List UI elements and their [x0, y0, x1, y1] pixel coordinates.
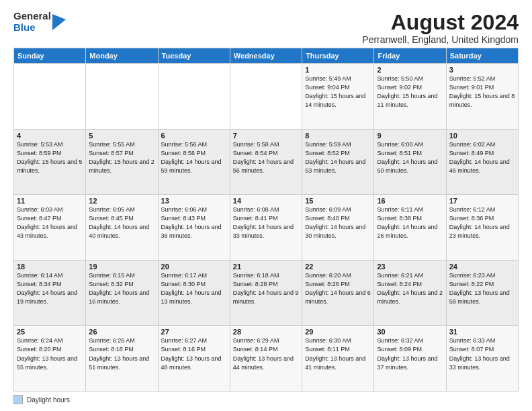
calendar-week-row: 11Sunrise: 6:03 AM Sunset: 8:47 PM Dayli…	[14, 195, 519, 261]
day-number: 17	[449, 197, 515, 205]
day-number: 26	[89, 328, 154, 336]
calendar-cell: 23Sunrise: 6:21 AM Sunset: 8:24 PM Dayli…	[374, 260, 446, 326]
calendar-cell: 9Sunrise: 6:00 AM Sunset: 8:51 PM Daylig…	[374, 129, 446, 195]
logo-icon	[52, 14, 66, 30]
calendar-cell: 2Sunrise: 5:50 AM Sunset: 9:02 PM Daylig…	[374, 64, 446, 130]
col-header-wednesday: Wednesday	[230, 48, 302, 64]
title-month: August 2024	[362, 11, 519, 34]
day-number: 13	[161, 197, 227, 205]
calendar-cell: 10Sunrise: 6:02 AM Sunset: 8:49 PM Dayli…	[446, 129, 518, 195]
calendar-cell: 26Sunrise: 6:26 AM Sunset: 8:18 PM Dayli…	[86, 326, 158, 392]
day-number: 5	[89, 132, 154, 140]
footer-label: Daylight hours	[27, 396, 70, 404]
day-info: Sunrise: 5:55 AM Sunset: 8:57 PM Dayligh…	[89, 140, 154, 175]
day-info: Sunrise: 5:49 AM Sunset: 9:04 PM Dayligh…	[305, 75, 371, 109]
day-number: 19	[89, 263, 154, 271]
calendar-cell: 7Sunrise: 5:58 AM Sunset: 8:54 PM Daylig…	[230, 129, 302, 195]
calendar-cell: 28Sunrise: 6:29 AM Sunset: 8:14 PM Dayli…	[230, 326, 302, 392]
calendar-cell: 11Sunrise: 6:03 AM Sunset: 8:47 PM Dayli…	[14, 195, 86, 261]
col-header-sunday: Sunday	[14, 48, 86, 64]
day-number: 29	[305, 328, 371, 336]
day-info: Sunrise: 6:06 AM Sunset: 8:43 PM Dayligh…	[161, 205, 227, 240]
day-number: 16	[377, 197, 443, 205]
calendar-cell: 15Sunrise: 6:09 AM Sunset: 8:40 PM Dayli…	[302, 195, 374, 261]
day-info: Sunrise: 6:30 AM Sunset: 8:11 PM Dayligh…	[305, 336, 371, 371]
day-number: 20	[161, 263, 227, 271]
day-info: Sunrise: 6:09 AM Sunset: 8:40 PM Dayligh…	[305, 205, 371, 240]
calendar-cell: 12Sunrise: 6:05 AM Sunset: 8:45 PM Dayli…	[86, 195, 158, 261]
calendar-cell: 17Sunrise: 6:12 AM Sunset: 8:36 PM Dayli…	[446, 195, 518, 261]
day-number: 4	[17, 132, 83, 140]
calendar-cell	[86, 64, 158, 130]
day-info: Sunrise: 6:11 AM Sunset: 8:38 PM Dayligh…	[377, 205, 443, 240]
calendar-cell: 24Sunrise: 6:23 AM Sunset: 8:22 PM Dayli…	[446, 260, 518, 326]
title-block: August 2024 Perranwell, England, United …	[362, 11, 519, 45]
day-number: 6	[161, 132, 227, 140]
calendar-cell: 29Sunrise: 6:30 AM Sunset: 8:11 PM Dayli…	[302, 326, 374, 392]
calendar-cell: 30Sunrise: 6:32 AM Sunset: 8:09 PM Dayli…	[374, 326, 446, 392]
day-info: Sunrise: 6:17 AM Sunset: 8:30 PM Dayligh…	[161, 271, 227, 306]
day-info: Sunrise: 5:53 AM Sunset: 8:59 PM Dayligh…	[17, 140, 83, 175]
calendar-cell	[158, 64, 230, 130]
day-number: 25	[17, 328, 83, 336]
calendar-week-row: 25Sunrise: 6:24 AM Sunset: 8:20 PM Dayli…	[14, 326, 519, 392]
day-info: Sunrise: 6:24 AM Sunset: 8:20 PM Dayligh…	[17, 336, 83, 371]
calendar-table: SundayMondayTuesdayWednesdayThursdayFrid…	[13, 48, 519, 392]
day-info: Sunrise: 5:56 AM Sunset: 8:56 PM Dayligh…	[161, 140, 227, 175]
day-info: Sunrise: 6:29 AM Sunset: 8:14 PM Dayligh…	[233, 336, 299, 371]
calendar-cell: 21Sunrise: 6:18 AM Sunset: 8:28 PM Dayli…	[230, 260, 302, 326]
calendar-cell: 27Sunrise: 6:27 AM Sunset: 8:16 PM Dayli…	[158, 326, 230, 392]
day-number: 31	[449, 328, 515, 336]
day-info: Sunrise: 6:14 AM Sunset: 8:34 PM Dayligh…	[17, 271, 83, 306]
daylight-legend-box	[13, 395, 23, 404]
calendar-week-row: 4Sunrise: 5:53 AM Sunset: 8:59 PM Daylig…	[14, 129, 519, 195]
calendar-cell: 31Sunrise: 6:33 AM Sunset: 8:07 PM Dayli…	[446, 326, 518, 392]
day-info: Sunrise: 6:27 AM Sunset: 8:16 PM Dayligh…	[161, 336, 227, 371]
logo: General Blue	[13, 11, 66, 33]
calendar-cell: 13Sunrise: 6:06 AM Sunset: 8:43 PM Dayli…	[158, 195, 230, 261]
day-number: 28	[233, 328, 299, 336]
title-location: Perranwell, England, United Kingdom	[362, 34, 519, 45]
calendar-cell: 5Sunrise: 5:55 AM Sunset: 8:57 PM Daylig…	[86, 129, 158, 195]
header: General Blue August 2024 Perranwell, Eng…	[13, 11, 519, 45]
calendar-cell: 19Sunrise: 6:15 AM Sunset: 8:32 PM Dayli…	[86, 260, 158, 326]
footer: Daylight hours	[13, 395, 519, 404]
col-header-thursday: Thursday	[302, 48, 374, 64]
day-number: 8	[305, 132, 371, 140]
day-info: Sunrise: 6:32 AM Sunset: 8:09 PM Dayligh…	[377, 336, 443, 371]
calendar-cell: 16Sunrise: 6:11 AM Sunset: 8:38 PM Dayli…	[374, 195, 446, 261]
calendar-cell: 8Sunrise: 5:59 AM Sunset: 8:52 PM Daylig…	[302, 129, 374, 195]
day-number: 21	[233, 263, 299, 271]
day-number: 7	[233, 132, 299, 140]
day-info: Sunrise: 5:50 AM Sunset: 9:02 PM Dayligh…	[377, 75, 443, 109]
page: General Blue August 2024 Perranwell, Eng…	[0, 0, 532, 411]
day-info: Sunrise: 6:26 AM Sunset: 8:18 PM Dayligh…	[89, 336, 154, 371]
calendar-cell: 25Sunrise: 6:24 AM Sunset: 8:20 PM Dayli…	[14, 326, 86, 392]
day-info: Sunrise: 6:18 AM Sunset: 8:28 PM Dayligh…	[233, 271, 299, 306]
calendar-cell	[14, 64, 86, 130]
calendar-cell: 14Sunrise: 6:08 AM Sunset: 8:41 PM Dayli…	[230, 195, 302, 261]
day-info: Sunrise: 6:23 AM Sunset: 8:22 PM Dayligh…	[449, 271, 515, 306]
day-info: Sunrise: 6:20 AM Sunset: 8:26 PM Dayligh…	[305, 271, 371, 306]
day-number: 10	[449, 132, 515, 140]
calendar-cell	[230, 64, 302, 130]
day-info: Sunrise: 5:58 AM Sunset: 8:54 PM Dayligh…	[233, 140, 299, 175]
day-number: 18	[17, 263, 83, 271]
calendar-cell: 22Sunrise: 6:20 AM Sunset: 8:26 PM Dayli…	[302, 260, 374, 326]
calendar-cell: 1Sunrise: 5:49 AM Sunset: 9:04 PM Daylig…	[302, 64, 374, 130]
day-number: 11	[17, 197, 83, 205]
day-info: Sunrise: 5:52 AM Sunset: 9:01 PM Dayligh…	[449, 75, 515, 109]
col-header-saturday: Saturday	[446, 48, 518, 64]
day-number: 23	[377, 263, 443, 271]
logo-text: General Blue	[13, 11, 51, 33]
day-info: Sunrise: 6:12 AM Sunset: 8:36 PM Dayligh…	[449, 205, 515, 240]
calendar-cell: 20Sunrise: 6:17 AM Sunset: 8:30 PM Dayli…	[158, 260, 230, 326]
calendar-week-row: 18Sunrise: 6:14 AM Sunset: 8:34 PM Dayli…	[14, 260, 519, 326]
col-header-tuesday: Tuesday	[158, 48, 230, 64]
logo-general: General	[13, 11, 51, 22]
day-info: Sunrise: 6:03 AM Sunset: 8:47 PM Dayligh…	[17, 205, 83, 240]
calendar-week-row: 1Sunrise: 5:49 AM Sunset: 9:04 PM Daylig…	[14, 64, 519, 130]
calendar-cell: 18Sunrise: 6:14 AM Sunset: 8:34 PM Dayli…	[14, 260, 86, 326]
day-info: Sunrise: 6:00 AM Sunset: 8:51 PM Dayligh…	[377, 140, 443, 175]
col-header-friday: Friday	[374, 48, 446, 64]
